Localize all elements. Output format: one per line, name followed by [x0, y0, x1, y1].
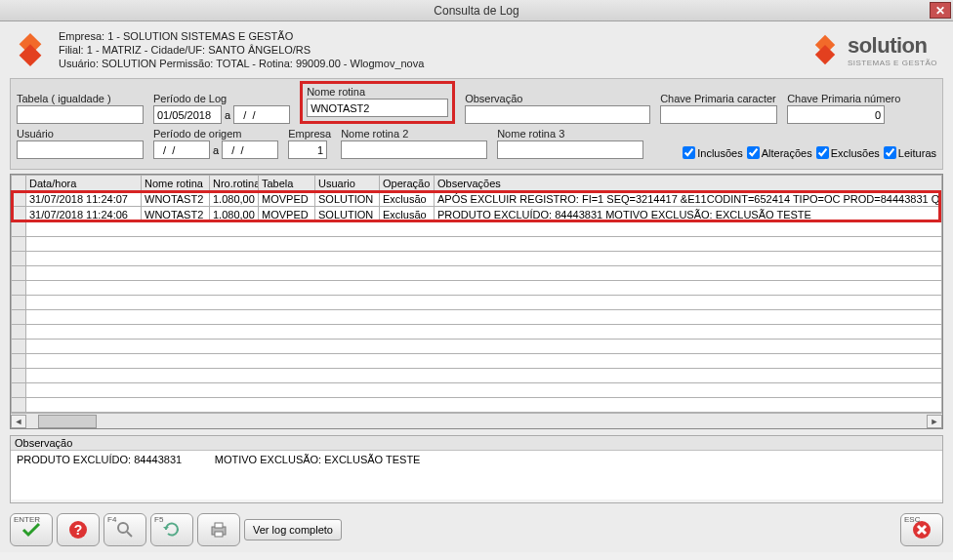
printer-icon: [209, 521, 228, 539]
periodo-origem-ate-input[interactable]: [222, 140, 278, 159]
chk-exclusoes[interactable]: Exclusões: [816, 146, 880, 159]
table-row: [12, 296, 942, 310]
col-datahora[interactable]: Data/hora: [26, 176, 142, 191]
svg-rect-11: [215, 532, 223, 537]
enter-button[interactable]: ENTER: [10, 513, 53, 546]
esc-button[interactable]: ESC: [900, 513, 943, 546]
header-filial: Filial: 1 - MATRIZ - Cidade/UF: SANTO ÂN…: [59, 43, 424, 57]
col-marker: [12, 176, 26, 191]
help-button[interactable]: ?: [57, 513, 100, 546]
table-row: [12, 383, 942, 398]
tabela-label: Tabela ( igualdade ): [17, 93, 144, 104]
chk-alteracoes[interactable]: Alterações: [747, 146, 812, 159]
svg-marker-3: [815, 45, 835, 64]
table-row: [12, 237, 942, 252]
scroll-right-icon[interactable]: ►: [927, 415, 942, 428]
close-button[interactable]: ✕: [930, 2, 951, 19]
filter-panel: Tabela ( igualdade ) Período de Log a No…: [10, 78, 943, 170]
col-nomerotina[interactable]: Nome rotina: [142, 176, 210, 191]
periodo-log-ate-input[interactable]: [233, 105, 290, 124]
ver-log-completo-button[interactable]: Ver log completo: [244, 519, 342, 540]
table-row: [12, 310, 942, 325]
search-button[interactable]: F4: [104, 513, 146, 546]
empresa-label: Empresa: [288, 128, 331, 140]
scroll-thumb[interactable]: [38, 415, 97, 428]
svg-text:?: ?: [74, 522, 83, 538]
table-row[interactable]: 31/07/2018 11:24:06WNOTAST21.080,00MOVPE…: [12, 207, 942, 222]
table-row: [12, 369, 942, 383]
nome-rotina3-label: Nome rotina 3: [497, 128, 643, 140]
periodo-sep: a: [225, 109, 230, 121]
svg-line-7: [127, 532, 132, 537]
observacao-panel: Observação PRODUTO EXCLUÍDO: 84443831 MO…: [10, 435, 943, 503]
tabela-input[interactable]: [17, 105, 144, 124]
scroll-left-icon[interactable]: ◄: [11, 415, 26, 428]
usuario-input[interactable]: [17, 140, 144, 159]
table-row: [12, 354, 942, 369]
empresa-input[interactable]: [288, 140, 327, 159]
table-row[interactable]: 31/07/2018 11:24:07WNOTAST21.080,00MOVPE…: [12, 191, 942, 207]
brand-name: solution: [848, 33, 928, 59]
table-row: [12, 252, 942, 266]
usuario-label: Usuário: [17, 128, 144, 140]
app-logo-icon: [10, 29, 51, 70]
periodo-origem-label: Período de origem: [153, 128, 278, 140]
periodo-log-de-input[interactable]: [153, 105, 222, 124]
table-row: [12, 398, 942, 413]
col-tabela[interactable]: Tabela: [259, 176, 315, 191]
table-row: [12, 266, 942, 281]
chave-caracter-label: Chave Primaria caracter: [660, 93, 777, 104]
observacao-label: Observação: [465, 93, 650, 104]
header-usuario: Usuário: SOLUTION Permissão: TOTAL - Rot…: [59, 57, 424, 70]
chave-caracter-input[interactable]: [660, 105, 777, 124]
svg-rect-10: [215, 523, 223, 528]
refresh-button[interactable]: F5: [150, 513, 193, 546]
col-nrorotina[interactable]: Nro.rotina: [210, 176, 259, 191]
refresh-icon: [163, 521, 181, 539]
observacao-panel-label: Observação: [11, 436, 942, 451]
table-row: [12, 281, 942, 296]
nome-rotina3-input[interactable]: [497, 140, 643, 159]
check-icon: [21, 522, 41, 538]
header-empresa: Empresa: 1 - SOLUTION SISTEMAS E GESTÃO: [59, 29, 424, 43]
col-operacao[interactable]: Operação: [380, 176, 435, 191]
search-icon: [116, 521, 134, 539]
grid-hscroll[interactable]: ◄ ►: [11, 413, 942, 428]
brand-logo: solution SISTEMAS E GESTÃO: [808, 33, 943, 67]
log-grid[interactable]: Data/hora Nome rotina Nro.rotina Tabela …: [10, 174, 943, 429]
col-usuario[interactable]: Usuario: [315, 176, 380, 191]
periodo-log-label: Período de Log: [153, 93, 290, 104]
chk-inclusoes[interactable]: Inclusões: [683, 146, 742, 159]
svg-point-6: [118, 523, 128, 533]
table-row: [12, 340, 942, 354]
observacao-input[interactable]: [465, 105, 650, 124]
window-title: Consulta de Log: [434, 4, 518, 18]
nome-rotina-highlight: Nome rotina: [300, 81, 455, 124]
chk-leituras[interactable]: Leituras: [884, 146, 936, 159]
periodo-origem-de-input[interactable]: [153, 140, 210, 159]
chave-numero-input[interactable]: [787, 105, 885, 124]
brand-tagline: SISTEMAS E GESTÃO: [848, 59, 937, 67]
table-row: [12, 325, 942, 340]
nome-rotina-input[interactable]: [307, 99, 448, 117]
chave-numero-label: Chave Primaria número: [787, 93, 900, 104]
table-row: [12, 222, 942, 237]
col-observacoes[interactable]: Observações: [435, 176, 942, 191]
svg-marker-8: [163, 527, 169, 530]
header: Empresa: 1 - SOLUTION SISTEMAS E GESTÃO …: [10, 25, 943, 78]
nome-rotina2-label: Nome rotina 2: [341, 128, 487, 140]
help-icon: ?: [68, 520, 88, 540]
observacao-panel-text: PRODUTO EXCLUÍDO: 84443831 MOTIVO EXCLUS…: [11, 451, 942, 500]
print-button[interactable]: [197, 513, 240, 546]
nome-rotina-label: Nome rotina: [307, 86, 448, 98]
nome-rotina2-input[interactable]: [341, 140, 487, 159]
